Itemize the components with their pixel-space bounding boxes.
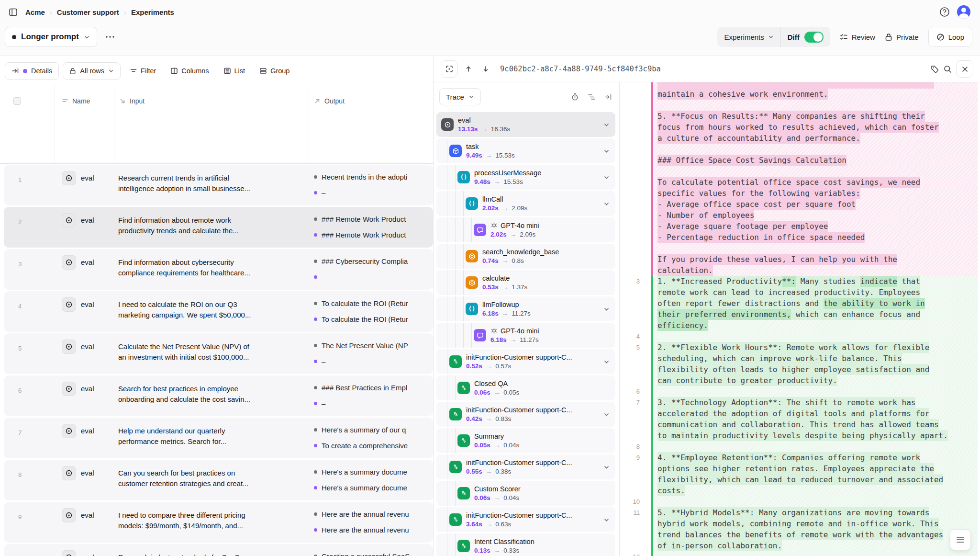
trace-span-row[interactable]: () llmFollowup 6.18s → 11.27s bbox=[436, 296, 615, 321]
more-menu-button[interactable] bbox=[102, 29, 118, 45]
select-all-checkbox[interactable] bbox=[13, 97, 21, 105]
table-row[interactable]: 10 eval Research industry standards for … bbox=[4, 544, 433, 556]
trace-span-row[interactable]: eval 13.13s → 16.36s bbox=[436, 112, 615, 137]
bottom-right-menu-button[interactable] bbox=[950, 529, 971, 550]
name-column-header[interactable]: Name bbox=[72, 97, 90, 105]
help-icon[interactable] bbox=[939, 6, 950, 18]
group-button[interactable]: Group bbox=[254, 62, 295, 80]
span-type-icon bbox=[441, 118, 454, 131]
details-button[interactable]: Details bbox=[5, 62, 59, 80]
span-name: initFunction-Customer support-C... bbox=[466, 511, 572, 520]
view-selector[interactable]: Experiments bbox=[717, 33, 780, 41]
diff-line-content: flexibility often leads to higher employ… bbox=[651, 364, 978, 375]
trace-span-row[interactable]: calculate 0.53s → 1.37s bbox=[436, 270, 615, 295]
chevron-down-icon[interactable] bbox=[603, 122, 610, 128]
prev-row-button[interactable] bbox=[462, 62, 475, 76]
arrow-right-icon: → bbox=[494, 494, 501, 502]
chevron-down-icon[interactable] bbox=[603, 306, 610, 312]
table-row[interactable]: 7 eval Help me understand our quarterlyp… bbox=[4, 418, 433, 458]
output-bullet-icon bbox=[314, 386, 317, 389]
diff-line-number: 5 bbox=[620, 342, 651, 353]
chevron-down-icon[interactable] bbox=[603, 411, 610, 418]
breadcrumb-org[interactable]: Acme bbox=[25, 8, 45, 16]
row-name-cell: eval bbox=[55, 502, 114, 543]
diff-line-number: 3 bbox=[620, 276, 651, 287]
close-trace-button[interactable] bbox=[956, 60, 973, 78]
sidebar-toggle-icon[interactable] bbox=[9, 8, 18, 17]
tree-guide-line bbox=[447, 191, 447, 216]
table-row[interactable]: 2 eval Find information about remote wor… bbox=[4, 207, 433, 248]
trace-span-row[interactable]: search_knowledge_base 0.74s → 0.8s bbox=[436, 244, 615, 269]
trace-view-selector[interactable]: Trace bbox=[439, 88, 481, 105]
output-bullet-icon bbox=[314, 555, 317, 556]
table-row[interactable]: 5 eval Calculate the Net Present Value (… bbox=[4, 333, 433, 374]
trace-span-row[interactable]: % initFunction-Customer support-C... 0.4… bbox=[436, 402, 615, 427]
chevron-down-icon[interactable] bbox=[603, 174, 610, 181]
output-column-header[interactable]: Output bbox=[324, 97, 345, 105]
tree-guide-line bbox=[447, 296, 447, 321]
trace-span-row[interactable]: % initFunction-Customer support-C... 3.6… bbox=[436, 507, 615, 532]
trace-span-row[interactable]: () processUserMessage 9.48s → 15.53s bbox=[436, 165, 615, 190]
waterfall-icon[interactable] bbox=[588, 93, 596, 101]
table-row[interactable]: 3 eval Find information about cybersecur… bbox=[4, 249, 433, 290]
tree-guide-line bbox=[447, 244, 447, 269]
trace-span-row[interactable]: GPT-4o mini 2.02s → 2.09s bbox=[436, 217, 615, 242]
next-row-button[interactable] bbox=[479, 62, 492, 76]
row-input-cell: Research industry standards for SaaS bbox=[114, 544, 308, 556]
chevron-down-icon bbox=[468, 94, 474, 100]
collapse-all-icon[interactable] bbox=[604, 93, 612, 101]
diff-line-content: can contribute to greater productivity. bbox=[651, 375, 978, 386]
diff-line-number bbox=[620, 155, 651, 166]
private-button[interactable]: Private bbox=[885, 33, 919, 41]
table-row[interactable]: 8 eval Can you search for best practices… bbox=[4, 460, 433, 500]
list-button[interactable]: List bbox=[218, 62, 251, 80]
timing-icon[interactable] bbox=[571, 93, 579, 101]
trace-span-row[interactable]: % Closed QA 0.06s → 0.05s bbox=[436, 375, 615, 400]
trace-span-row[interactable]: % Summary 0.05s → 0.04s bbox=[436, 428, 615, 453]
span-duration-left: 0.06s bbox=[474, 388, 490, 397]
trace-span-row[interactable]: % initFunction-Customer support-C... 0.5… bbox=[436, 349, 615, 374]
details-label: Details bbox=[31, 67, 52, 75]
trace-span-row[interactable]: % Intent Classification 0.13s → 0.33s bbox=[436, 533, 615, 556]
chevron-down-icon[interactable] bbox=[603, 464, 610, 470]
filter-button[interactable]: Filter bbox=[124, 62, 161, 80]
trace-span-row[interactable]: task 9.49s → 15.53s bbox=[436, 138, 615, 163]
review-button[interactable]: Review bbox=[840, 33, 875, 41]
diff-toggle-label: Diff bbox=[788, 33, 800, 41]
table-row[interactable]: 4 eval I need to calculate the ROI on ou… bbox=[4, 291, 433, 332]
chevron-down-icon[interactable] bbox=[603, 201, 610, 207]
diff-line-number bbox=[620, 111, 651, 122]
table-row[interactable]: 1 eval Research current trends in artifi… bbox=[4, 165, 433, 205]
columns-button[interactable]: Columns bbox=[165, 62, 214, 80]
diff-line-content: 4. **Employee Retention**: Companies off… bbox=[651, 452, 978, 463]
expand-trace-button[interactable] bbox=[441, 60, 458, 78]
table-row[interactable]: 6 eval Search for best practices in empl… bbox=[4, 375, 433, 416]
diff-line-content: costs. bbox=[651, 485, 978, 496]
avatar[interactable] bbox=[957, 5, 970, 19]
diff-toggle[interactable] bbox=[804, 32, 824, 43]
rows-filter-dropdown[interactable]: All rows bbox=[63, 62, 121, 80]
trace-span-row[interactable]: % Custom Scorer 0.06s → 0.04s bbox=[436, 481, 615, 506]
row-number: 8 bbox=[4, 460, 55, 500]
experiment-selector[interactable]: Longer prompt bbox=[5, 27, 97, 47]
view-diff-group: Experiments Diff bbox=[717, 27, 830, 47]
chevron-down-icon[interactable] bbox=[603, 148, 610, 154]
trace-span-row[interactable]: () llmCall 2.02s → 2.09s bbox=[436, 191, 615, 216]
loop-button[interactable]: Loop bbox=[928, 27, 972, 47]
diff-line bbox=[620, 82, 980, 89]
trace-span-row[interactable]: GPT-4o mini 6.18s → 11.27s bbox=[436, 323, 615, 348]
breadcrumb-project[interactable]: Customer support bbox=[57, 8, 119, 16]
trace-span-row[interactable]: % initFunction-Customer support-C... 0.5… bbox=[436, 454, 615, 479]
breadcrumb-page[interactable]: Experiments bbox=[131, 8, 174, 16]
row-name: eval bbox=[81, 466, 94, 480]
table-row[interactable]: 9 eval I need to compare three different… bbox=[4, 502, 433, 543]
span-duration-left: 0.05s bbox=[474, 441, 490, 450]
chevron-down-icon[interactable] bbox=[603, 359, 610, 365]
chevron-down-icon[interactable] bbox=[603, 517, 610, 523]
tag-icon[interactable] bbox=[930, 65, 939, 74]
row-output-cell: ### Best Practices in Empl – bbox=[308, 375, 433, 416]
input-column-header[interactable]: Input bbox=[130, 97, 145, 105]
search-icon[interactable] bbox=[943, 65, 952, 74]
output-bullet-icon bbox=[314, 217, 317, 221]
diff-line-number: 8 bbox=[620, 441, 651, 452]
